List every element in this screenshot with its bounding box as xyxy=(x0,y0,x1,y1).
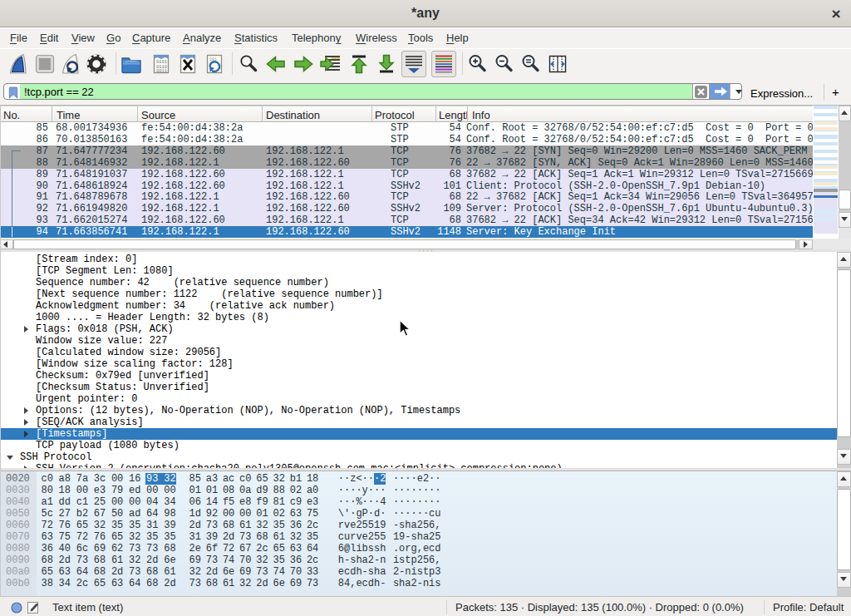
svg-text:0011: 0011 xyxy=(156,69,167,74)
